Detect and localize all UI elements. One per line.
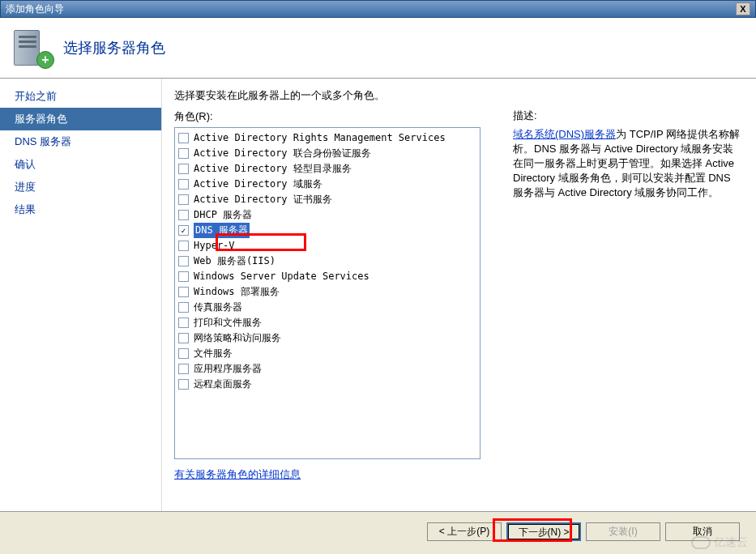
role-label: Web 服务器(IIS) — [194, 254, 275, 269]
role-checkbox[interactable] — [178, 210, 189, 220]
role-row[interactable]: Windows 部署服务 — [178, 284, 476, 300]
role-row[interactable]: Active Directory 轻型目录服务 — [178, 161, 476, 177]
role-checkbox[interactable] — [178, 271, 189, 282]
role-checkbox[interactable] — [178, 364, 189, 374]
role-label: 文件服务 — [194, 346, 233, 361]
plus-icon: + — [36, 51, 54, 69]
role-row[interactable]: 应用程序服务器 — [178, 361, 476, 377]
role-row[interactable]: Web 服务器(IIS) — [178, 254, 476, 269]
role-label: 网络策略和访问服务 — [194, 330, 281, 346]
role-checkbox[interactable] — [178, 164, 189, 174]
content-area: 开始之前 服务器角色 DNS 服务器 确认 进度 结果 选择要安装在此服务器上的… — [0, 79, 756, 511]
install-button: 安装(I) — [586, 522, 660, 541]
description-text: 域名系统(DNS)服务器为 TCP/IP 网络提供名称解析。DNS 服务器与 A… — [513, 127, 740, 200]
watermark-text: 亿速云 — [714, 535, 748, 550]
role-row[interactable]: Active Directory Rights Management Servi… — [178, 130, 476, 146]
role-checkbox[interactable] — [178, 179, 189, 190]
role-row[interactable]: DHCP 服务器 — [178, 207, 476, 223]
role-label: DHCP 服务器 — [194, 207, 252, 223]
sidebar-item-before[interactable]: 开始之前 — [0, 85, 161, 108]
more-info-link[interactable]: 有关服务器角色的详细信息 — [174, 467, 301, 482]
sidebar-item-progress[interactable]: 进度 — [0, 176, 161, 198]
role-label: 打印和文件服务 — [194, 315, 262, 330]
intro-text: 选择要安装在此服务器上的一个或多个角色。 — [174, 88, 498, 103]
role-checkbox[interactable] — [178, 333, 189, 343]
prev-button[interactable]: < 上一步(P) — [427, 522, 502, 541]
role-checkbox[interactable] — [178, 194, 189, 205]
role-label: Active Directory 证书服务 — [194, 192, 332, 207]
page-title: 选择服务器角色 — [63, 38, 165, 58]
wizard-header: + 选择服务器角色 — [0, 18, 756, 79]
close-button[interactable]: X — [736, 2, 750, 15]
role-checkbox[interactable] — [178, 348, 189, 359]
highlight-next-button — [493, 518, 572, 542]
sidebar-item-dns[interactable]: DNS 服务器 — [0, 130, 161, 153]
role-label: Windows 部署服务 — [194, 284, 280, 300]
role-checkbox[interactable] — [178, 133, 189, 143]
role-row[interactable]: Active Directory 联合身份验证服务 — [178, 146, 476, 161]
role-checkbox[interactable] — [178, 148, 189, 159]
role-row[interactable]: 传真服务器 — [178, 300, 476, 315]
role-label: Active Directory 域服务 — [194, 177, 322, 192]
role-checkbox[interactable] — [178, 302, 189, 313]
role-checkbox[interactable] — [178, 256, 189, 266]
role-checkbox[interactable] — [178, 241, 189, 251]
description-link[interactable]: 域名系统(DNS)服务器 — [513, 128, 616, 140]
roles-listbox[interactable]: Active Directory Rights Management Servi… — [174, 127, 481, 459]
role-label: Active Directory 联合身份验证服务 — [194, 146, 371, 161]
role-label: 应用程序服务器 — [194, 361, 262, 377]
roles-section: 选择要安装在此服务器上的一个或多个角色。 角色(R): Active Direc… — [174, 88, 498, 503]
role-row[interactable]: 打印和文件服务 — [178, 315, 476, 330]
sidebar-item-confirm[interactable]: 确认 — [0, 153, 161, 176]
role-label: 远程桌面服务 — [194, 377, 252, 392]
role-row[interactable]: Active Directory 域服务 — [178, 177, 476, 192]
roles-label: 角色(R): — [174, 109, 498, 124]
role-label: Windows Server Update Services — [194, 269, 369, 284]
role-row[interactable]: 文件服务 — [178, 346, 476, 361]
sidebar-item-server-roles[interactable]: 服务器角色 — [0, 108, 161, 130]
role-row[interactable]: 网络策略和访问服务 — [178, 330, 476, 346]
watermark: 亿速云 — [691, 535, 748, 550]
main-panel: 选择要安装在此服务器上的一个或多个角色。 角色(R): Active Direc… — [162, 79, 756, 511]
titlebar: 添加角色向导 X — [0, 0, 756, 18]
role-checkbox[interactable] — [178, 379, 189, 390]
highlight-dns-role — [216, 233, 306, 251]
role-label: 传真服务器 — [194, 300, 242, 315]
cloud-icon — [691, 536, 711, 549]
window-title: 添加角色向导 — [6, 2, 64, 16]
role-checkbox[interactable] — [178, 225, 189, 236]
description-section: 描述: 域名系统(DNS)服务器为 TCP/IP 网络提供名称解析。DNS 服务… — [498, 88, 740, 503]
sidebar-item-result[interactable]: 结果 — [0, 198, 161, 221]
button-bar: < 上一步(P) 下一步(N) > 安装(I) 取消 — [0, 511, 756, 552]
role-checkbox[interactable] — [178, 287, 189, 297]
role-label: Active Directory Rights Management Servi… — [194, 130, 446, 146]
wizard-steps-sidebar: 开始之前 服务器角色 DNS 服务器 确认 进度 结果 — [0, 79, 162, 511]
role-label: Active Directory 轻型目录服务 — [194, 161, 352, 177]
role-row[interactable]: 远程桌面服务 — [178, 377, 476, 392]
role-row[interactable]: Active Directory 证书服务 — [178, 192, 476, 207]
server-icon: + — [12, 28, 51, 67]
role-checkbox[interactable] — [178, 317, 189, 328]
description-label: 描述: — [513, 109, 740, 123]
role-row[interactable]: Windows Server Update Services — [178, 269, 476, 284]
